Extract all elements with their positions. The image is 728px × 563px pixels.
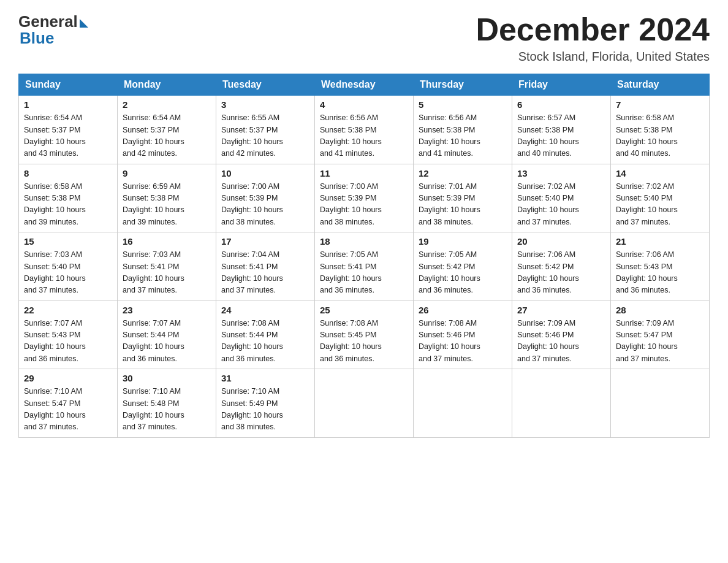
calendar-cell: 18 Sunrise: 7:05 AMSunset: 5:41 PMDaylig… <box>315 232 414 301</box>
day-number: 5 <box>419 99 507 110</box>
day-info: Sunrise: 6:56 AMSunset: 5:38 PMDaylight:… <box>419 112 507 160</box>
day-info: Sunrise: 6:58 AMSunset: 5:38 PMDaylight:… <box>24 181 112 229</box>
day-number: 11 <box>320 168 408 178</box>
calendar-week-row: 22 Sunrise: 7:07 AMSunset: 5:43 PMDaylig… <box>19 301 710 369</box>
day-number: 15 <box>24 236 112 247</box>
day-info: Sunrise: 7:01 AMSunset: 5:39 PMDaylight:… <box>419 181 507 229</box>
calendar-cell: 23 Sunrise: 7:07 AMSunset: 5:44 PMDaylig… <box>118 301 216 369</box>
day-info: Sunrise: 7:06 AMSunset: 5:42 PMDaylight:… <box>517 249 605 297</box>
day-number: 20 <box>517 236 605 247</box>
calendar-cell: 13 Sunrise: 7:02 AMSunset: 5:40 PMDaylig… <box>512 164 611 232</box>
calendar-cell <box>414 369 512 438</box>
day-info: Sunrise: 7:10 AMSunset: 5:49 PMDaylight:… <box>221 386 309 434</box>
day-number: 6 <box>517 99 605 110</box>
day-info: Sunrise: 7:06 AMSunset: 5:43 PMDaylight:… <box>616 249 704 297</box>
calendar-cell: 16 Sunrise: 7:03 AMSunset: 5:41 PMDaylig… <box>118 232 216 301</box>
day-number: 26 <box>419 305 507 315</box>
day-info: Sunrise: 6:56 AMSunset: 5:38 PMDaylight:… <box>320 112 408 160</box>
day-info: Sunrise: 7:03 AMSunset: 5:41 PMDaylight:… <box>123 249 211 297</box>
calendar-cell: 31 Sunrise: 7:10 AMSunset: 5:49 PMDaylig… <box>216 369 315 438</box>
calendar-cell: 1 Sunrise: 6:54 AMSunset: 5:37 PMDayligh… <box>19 96 118 164</box>
calendar-cell: 4 Sunrise: 6:56 AMSunset: 5:38 PMDayligh… <box>315 96 414 164</box>
day-number: 24 <box>221 305 309 315</box>
calendar-cell: 12 Sunrise: 7:01 AMSunset: 5:39 PMDaylig… <box>414 164 512 232</box>
calendar-cell <box>611 369 710 438</box>
day-number: 4 <box>320 99 408 110</box>
day-info: Sunrise: 6:54 AMSunset: 5:37 PMDaylight:… <box>123 112 211 160</box>
calendar-cell: 26 Sunrise: 7:08 AMSunset: 5:46 PMDaylig… <box>414 301 512 369</box>
day-number: 30 <box>123 373 211 383</box>
day-info: Sunrise: 6:59 AMSunset: 5:38 PMDaylight:… <box>123 181 211 229</box>
day-number: 1 <box>24 99 112 110</box>
day-info: Sunrise: 7:09 AMSunset: 5:46 PMDaylight:… <box>517 318 605 366</box>
day-info: Sunrise: 7:04 AMSunset: 5:41 PMDaylight:… <box>221 249 309 297</box>
day-info: Sunrise: 7:07 AMSunset: 5:43 PMDaylight:… <box>24 318 112 366</box>
day-number: 29 <box>24 373 112 383</box>
calendar-header-sunday: Sunday <box>19 74 118 96</box>
location-subtitle: Stock Island, Florida, United States <box>476 50 710 64</box>
day-info: Sunrise: 7:05 AMSunset: 5:42 PMDaylight:… <box>419 249 507 297</box>
calendar-cell: 11 Sunrise: 7:00 AMSunset: 5:39 PMDaylig… <box>315 164 414 232</box>
calendar-cell: 25 Sunrise: 7:08 AMSunset: 5:45 PMDaylig… <box>315 301 414 369</box>
day-number: 16 <box>123 236 211 247</box>
day-number: 8 <box>24 168 112 178</box>
calendar-header-row: SundayMondayTuesdayWednesdayThursdayFrid… <box>19 74 710 96</box>
calendar-week-row: 15 Sunrise: 7:03 AMSunset: 5:40 PMDaylig… <box>19 232 710 301</box>
calendar-cell: 21 Sunrise: 7:06 AMSunset: 5:43 PMDaylig… <box>611 232 710 301</box>
calendar-week-row: 29 Sunrise: 7:10 AMSunset: 5:47 PMDaylig… <box>19 369 710 438</box>
day-number: 12 <box>419 168 507 178</box>
day-info: Sunrise: 6:55 AMSunset: 5:37 PMDaylight:… <box>221 112 309 160</box>
day-info: Sunrise: 6:57 AMSunset: 5:38 PMDaylight:… <box>517 112 605 160</box>
calendar-header-tuesday: Tuesday <box>216 74 315 96</box>
calendar-cell: 22 Sunrise: 7:07 AMSunset: 5:43 PMDaylig… <box>19 301 118 369</box>
logo-triangle-icon <box>80 19 88 28</box>
calendar-cell: 24 Sunrise: 7:08 AMSunset: 5:44 PMDaylig… <box>216 301 315 369</box>
calendar-cell: 10 Sunrise: 7:00 AMSunset: 5:39 PMDaylig… <box>216 164 315 232</box>
calendar-cell: 9 Sunrise: 6:59 AMSunset: 5:38 PMDayligh… <box>118 164 216 232</box>
calendar-week-row: 8 Sunrise: 6:58 AMSunset: 5:38 PMDayligh… <box>19 164 710 232</box>
logo-blue-text: Blue <box>20 29 54 48</box>
month-title: December 2024 <box>476 12 710 47</box>
day-info: Sunrise: 7:02 AMSunset: 5:40 PMDaylight:… <box>517 181 605 229</box>
day-number: 3 <box>221 99 309 110</box>
calendar-table: SundayMondayTuesdayWednesdayThursdayFrid… <box>18 74 710 438</box>
day-info: Sunrise: 7:02 AMSunset: 5:40 PMDaylight:… <box>616 181 704 229</box>
calendar-cell: 14 Sunrise: 7:02 AMSunset: 5:40 PMDaylig… <box>611 164 710 232</box>
day-number: 9 <box>123 168 211 178</box>
day-info: Sunrise: 7:00 AMSunset: 5:39 PMDaylight:… <box>221 181 309 229</box>
day-number: 18 <box>320 236 408 247</box>
day-info: Sunrise: 7:05 AMSunset: 5:41 PMDaylight:… <box>320 249 408 297</box>
calendar-cell: 8 Sunrise: 6:58 AMSunset: 5:38 PMDayligh… <box>19 164 118 232</box>
calendar-header-monday: Monday <box>118 74 216 96</box>
calendar-cell: 20 Sunrise: 7:06 AMSunset: 5:42 PMDaylig… <box>512 232 611 301</box>
day-info: Sunrise: 7:07 AMSunset: 5:44 PMDaylight:… <box>123 318 211 366</box>
calendar-cell: 27 Sunrise: 7:09 AMSunset: 5:46 PMDaylig… <box>512 301 611 369</box>
day-number: 21 <box>616 236 704 247</box>
day-info: Sunrise: 7:08 AMSunset: 5:46 PMDaylight:… <box>419 318 507 366</box>
day-info: Sunrise: 6:58 AMSunset: 5:38 PMDaylight:… <box>616 112 704 160</box>
calendar-cell: 5 Sunrise: 6:56 AMSunset: 5:38 PMDayligh… <box>414 96 512 164</box>
day-number: 7 <box>616 99 704 110</box>
day-number: 31 <box>221 373 309 383</box>
calendar-header-friday: Friday <box>512 74 611 96</box>
calendar-cell <box>315 369 414 438</box>
calendar-cell: 19 Sunrise: 7:05 AMSunset: 5:42 PMDaylig… <box>414 232 512 301</box>
page-header: General Blue December 2024 Stock Island,… <box>18 12 710 64</box>
day-info: Sunrise: 6:54 AMSunset: 5:37 PMDaylight:… <box>24 112 112 160</box>
calendar-cell: 17 Sunrise: 7:04 AMSunset: 5:41 PMDaylig… <box>216 232 315 301</box>
calendar-cell: 29 Sunrise: 7:10 AMSunset: 5:47 PMDaylig… <box>19 369 118 438</box>
day-number: 2 <box>123 99 211 110</box>
calendar-cell: 28 Sunrise: 7:09 AMSunset: 5:47 PMDaylig… <box>611 301 710 369</box>
calendar-cell <box>512 369 611 438</box>
title-block: December 2024 Stock Island, Florida, Uni… <box>476 12 710 64</box>
calendar-header-saturday: Saturday <box>611 74 710 96</box>
day-number: 14 <box>616 168 704 178</box>
day-number: 25 <box>320 305 408 315</box>
day-number: 22 <box>24 305 112 315</box>
logo: General Blue <box>18 12 88 48</box>
day-number: 28 <box>616 305 704 315</box>
day-info: Sunrise: 7:10 AMSunset: 5:47 PMDaylight:… <box>24 386 112 434</box>
calendar-header-thursday: Thursday <box>414 74 512 96</box>
calendar-cell: 6 Sunrise: 6:57 AMSunset: 5:38 PMDayligh… <box>512 96 611 164</box>
day-info: Sunrise: 7:03 AMSunset: 5:40 PMDaylight:… <box>24 249 112 297</box>
